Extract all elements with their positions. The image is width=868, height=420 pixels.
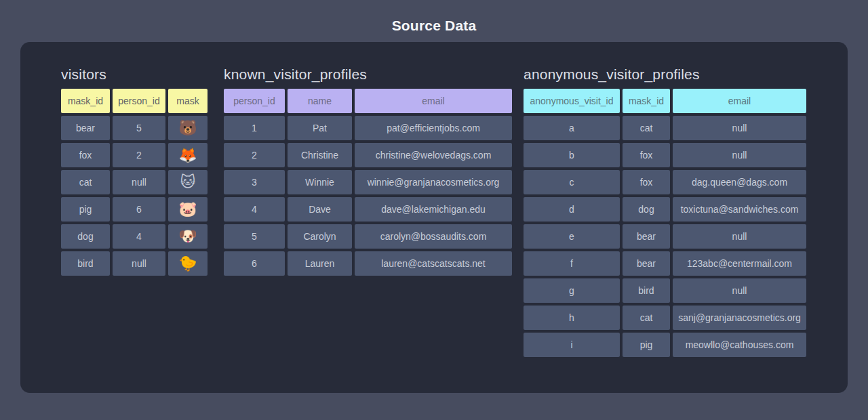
table-cell: 6 bbox=[224, 251, 285, 276]
table-cell: 5 bbox=[224, 224, 285, 249]
table-visitors: visitorsmask_idperson_idmaskbear5🐻fox2🦊c… bbox=[61, 66, 208, 276]
table-cell: winnie@granjanacosmetics.org bbox=[355, 170, 512, 194]
table-title: known_visitor_profiles bbox=[224, 66, 512, 83]
table-cell: h bbox=[524, 306, 620, 330]
app-root: Source Data visitorsmask_idperson_idmask… bbox=[0, 0, 868, 420]
mask-emoji-cell: 🐶 bbox=[168, 224, 208, 249]
table-cell: bear bbox=[61, 116, 110, 140]
column-header: mask_id bbox=[623, 89, 670, 113]
table-grid: person_idnameemail1Patpat@efficientjobs.… bbox=[224, 89, 512, 276]
table-cell: 4 bbox=[113, 224, 165, 249]
source-data-panel: visitorsmask_idperson_idmaskbear5🐻fox2🦊c… bbox=[20, 42, 848, 393]
table-cell: lauren@catscatscats.net bbox=[355, 251, 512, 276]
table-cell: 1 bbox=[224, 116, 285, 140]
table-cell: f bbox=[524, 251, 620, 276]
table-cell: i bbox=[524, 333, 620, 357]
table-cell: christine@welovedags.com bbox=[355, 143, 512, 167]
table-cell: pig bbox=[623, 333, 670, 357]
column-header: name bbox=[288, 89, 352, 113]
mask-emoji-cell: 🐷 bbox=[168, 197, 208, 222]
column-header: email bbox=[673, 89, 806, 113]
mask-emoji-cell: 🐤 bbox=[168, 251, 208, 276]
table-cell: d bbox=[524, 197, 620, 222]
table-cell: null bbox=[673, 143, 806, 167]
column-header: person_id bbox=[113, 89, 165, 113]
table-cell: bird bbox=[61, 251, 110, 276]
mask-emoji-cell: 🐱 bbox=[168, 170, 208, 194]
table-cell: sanj@granjanacosmetics.org bbox=[673, 306, 806, 330]
table-cell: a bbox=[524, 116, 620, 140]
column-header: person_id bbox=[224, 89, 285, 113]
mask-emoji-cell: 🦊 bbox=[168, 143, 208, 167]
table-cell: dag.queen@dags.com bbox=[673, 170, 806, 194]
table-cell: fox bbox=[623, 143, 670, 167]
table-cell: pig bbox=[61, 197, 110, 222]
table-cell: null bbox=[113, 170, 165, 194]
table-cell: dog bbox=[623, 197, 670, 222]
table-cell: Christine bbox=[288, 143, 352, 167]
table-cell: bird bbox=[623, 278, 670, 303]
table-cell: 4 bbox=[224, 197, 285, 222]
table-cell: 2 bbox=[224, 143, 285, 167]
table-cell: e bbox=[524, 224, 620, 249]
table-cell: Lauren bbox=[288, 251, 352, 276]
table-cell: 2 bbox=[113, 143, 165, 167]
table-cell: cat bbox=[623, 116, 670, 140]
table-cell: null bbox=[673, 116, 806, 140]
table-known_visitor_profiles: known_visitor_profilesperson_idnameemail… bbox=[224, 66, 512, 276]
table-grid: mask_idperson_idmaskbear5🐻fox2🦊catnull🐱p… bbox=[61, 89, 208, 276]
table-cell: 123abc@centermail.com bbox=[673, 251, 806, 276]
table-cell: pat@efficientjobs.com bbox=[355, 116, 512, 140]
mask-emoji-cell: 🐻 bbox=[168, 116, 208, 140]
table-cell: dog bbox=[61, 224, 110, 249]
table-cell: bear bbox=[623, 251, 670, 276]
table-cell: null bbox=[673, 278, 806, 303]
table-title: visitors bbox=[61, 66, 208, 83]
column-header: mask_id bbox=[61, 89, 110, 113]
table-grid: anonymous_visit_idmask_idemailacatnullbf… bbox=[524, 89, 806, 357]
table-cell: cat bbox=[61, 170, 110, 194]
table-cell: b bbox=[524, 143, 620, 167]
table-anonymous_visitor_profiles: anonymous_visitor_profilesanonymous_visi… bbox=[524, 66, 806, 357]
table-cell: 3 bbox=[224, 170, 285, 194]
table-cell: 5 bbox=[113, 116, 165, 140]
table-cell: 6 bbox=[113, 197, 165, 222]
page-title: Source Data bbox=[0, 18, 868, 34]
table-cell: fox bbox=[623, 170, 670, 194]
table-cell: cat bbox=[623, 306, 670, 330]
table-cell: null bbox=[113, 251, 165, 276]
column-header: mask bbox=[168, 89, 208, 113]
table-cell: Pat bbox=[288, 116, 352, 140]
table-cell: Winnie bbox=[288, 170, 352, 194]
table-cell: Dave bbox=[288, 197, 352, 222]
table-title: anonymous_visitor_profiles bbox=[524, 66, 806, 83]
table-cell: meowllo@cathouses.com bbox=[673, 333, 806, 357]
table-cell: dave@lakemichigan.edu bbox=[355, 197, 512, 222]
column-header: anonymous_visit_id bbox=[524, 89, 620, 113]
table-cell: fox bbox=[61, 143, 110, 167]
table-cell: null bbox=[673, 224, 806, 249]
column-header: email bbox=[355, 89, 512, 113]
table-cell: bear bbox=[623, 224, 670, 249]
table-cell: carolyn@bossaudits.com bbox=[355, 224, 512, 249]
table-cell: g bbox=[524, 278, 620, 303]
table-cell: c bbox=[524, 170, 620, 194]
table-cell: toxictuna@sandwiches.com bbox=[673, 197, 806, 222]
tables-row: visitorsmask_idperson_idmaskbear5🐻fox2🦊c… bbox=[20, 42, 848, 393]
table-cell: Carolyn bbox=[288, 224, 352, 249]
